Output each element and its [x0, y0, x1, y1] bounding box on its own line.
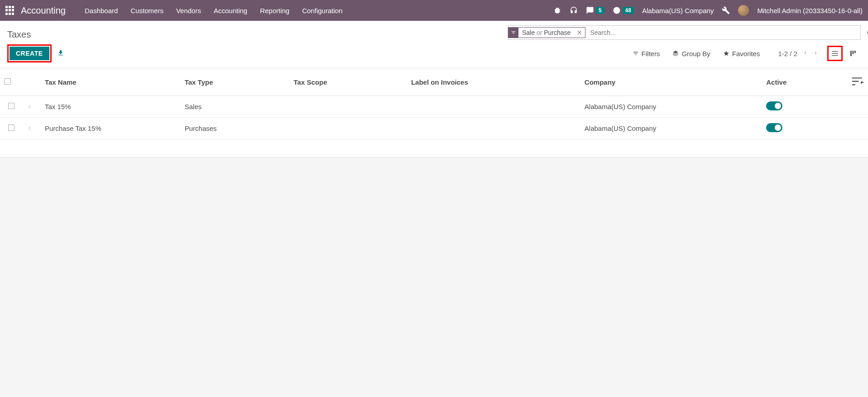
kanban-icon: [849, 49, 857, 57]
th-tax-type[interactable]: Tax Type: [180, 68, 289, 96]
facet-remove-icon[interactable]: ✕: [574, 29, 585, 36]
th-tax-name[interactable]: Tax Name: [40, 68, 180, 96]
brand-label[interactable]: Accounting: [21, 5, 66, 16]
cell-label-invoices: [407, 96, 580, 118]
menu-dashboard[interactable]: Dashboard: [85, 7, 118, 14]
messages-badge: 5: [596, 7, 604, 14]
list-view-button[interactable]: [827, 46, 843, 61]
cell-company: Alabama(US) Company: [580, 96, 762, 118]
systray: 5 48 Alabama(US) Company Mitchell Admin …: [553, 5, 863, 16]
drag-handle-icon[interactable]: [27, 124, 32, 132]
menu-customers[interactable]: Customers: [130, 7, 163, 14]
main-menu: Dashboard Customers Vendors Accounting R…: [85, 7, 342, 14]
cell-label-invoices: [407, 118, 580, 139]
menu-configuration[interactable]: Configuration: [302, 7, 342, 14]
download-icon[interactable]: [57, 49, 64, 58]
table-row[interactable]: Purchase Tax 15% Purchases Alabama(US) C…: [0, 118, 868, 139]
search-facet: Sale or Purchase ✕: [508, 27, 585, 38]
create-highlight: CREATE: [7, 44, 52, 62]
active-toggle[interactable]: [766, 123, 782, 132]
select-all-checkbox[interactable]: [5, 78, 11, 85]
tools-icon[interactable]: [722, 6, 730, 14]
debug-icon[interactable]: [553, 6, 561, 14]
th-tax-scope[interactable]: Tax Scope: [289, 68, 407, 96]
row-checkbox[interactable]: [8, 103, 14, 109]
filter-icon: [508, 27, 518, 38]
apps-icon[interactable]: [5, 6, 14, 15]
cell-tax-scope: [289, 96, 407, 118]
list-icon: [831, 49, 839, 57]
create-button[interactable]: CREATE: [10, 47, 49, 60]
support-icon[interactable]: [570, 6, 578, 14]
clock-icon: [613, 6, 621, 14]
menu-reporting[interactable]: Reporting: [260, 7, 289, 14]
cell-company: Alabama(US) Company: [580, 118, 762, 139]
columns-settings-icon[interactable]: [850, 81, 863, 89]
th-active[interactable]: Active: [762, 68, 845, 96]
cell-tax-type: Purchases: [180, 118, 289, 139]
company-selector[interactable]: Alabama(US) Company: [642, 7, 714, 14]
star-icon: [723, 50, 729, 57]
cell-tax-scope: [289, 118, 407, 139]
pager: 1-2 / 2: [778, 50, 819, 57]
cell-tax-name: Tax 15%: [40, 96, 180, 118]
activities-badge: 48: [623, 7, 634, 14]
taxes-table: Tax Name Tax Type Tax Scope Label on Inv…: [0, 68, 868, 139]
menu-accounting[interactable]: Accounting: [214, 7, 247, 14]
user-menu[interactable]: Mitchell Admin (20333450-16-0-all): [757, 7, 863, 14]
filters-button[interactable]: Filters: [633, 50, 660, 57]
page-title: Taxes: [7, 29, 31, 40]
th-company[interactable]: Company: [580, 68, 762, 96]
cell-tax-type: Sales: [180, 96, 289, 118]
activity-view-button[interactable]: [845, 46, 861, 61]
layers-icon: [672, 50, 679, 57]
th-label-invoices[interactable]: Label on Invoices: [407, 68, 580, 96]
avatar[interactable]: [738, 5, 749, 16]
search-input[interactable]: [585, 26, 857, 39]
pager-next-icon[interactable]: [813, 50, 819, 57]
pager-prev-icon[interactable]: [802, 50, 808, 57]
messages-icon: [586, 6, 594, 14]
row-checkbox[interactable]: [8, 124, 14, 131]
search-box[interactable]: Sale or Purchase ✕: [508, 25, 861, 40]
cell-tax-name: Purchase Tax 15%: [40, 118, 180, 139]
messages-tray[interactable]: 5: [586, 6, 604, 14]
active-toggle[interactable]: [766, 101, 782, 110]
drag-handle-icon[interactable]: [27, 103, 32, 110]
facet-text: Sale or Purchase: [518, 29, 574, 36]
groupby-button[interactable]: Group By: [672, 50, 710, 57]
pager-range[interactable]: 1-2 / 2: [778, 50, 797, 57]
funnel-icon: [633, 50, 639, 57]
table-row[interactable]: Tax 15% Sales Alabama(US) Company: [0, 96, 868, 118]
favorites-button[interactable]: Favorites: [723, 50, 760, 57]
activities-tray[interactable]: 48: [613, 6, 634, 14]
view-switcher: [827, 46, 861, 61]
top-nav: Accounting Dashboard Customers Vendors A…: [0, 0, 868, 21]
menu-vendors[interactable]: Vendors: [176, 7, 201, 14]
control-panel: Taxes Sale or Purchase ✕: [0, 21, 868, 68]
